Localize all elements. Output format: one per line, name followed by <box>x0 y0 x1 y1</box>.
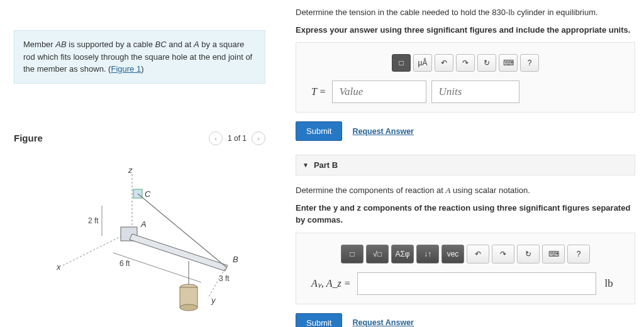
partA-answer-box: □ μÅ ↶ ↷ ↻ ⌨ ? T = <box>296 42 635 113</box>
figure-diagram: z C x 2 ft A 6 ft B 3 ft y <box>39 162 240 325</box>
undo-icon[interactable]: ↶ <box>435 54 453 72</box>
reset-icon[interactable]: ↻ <box>517 245 540 263</box>
help-icon[interactable]: ? <box>520 54 539 72</box>
partA-question: Determine the tension in the cable neede… <box>296 6 635 19</box>
template-icon[interactable]: □ <box>341 245 364 263</box>
reaction-label: Aᵧ, A_z = <box>311 277 351 289</box>
svg-text:2 ft: 2 ft <box>88 216 99 225</box>
caret-down-icon: ▼ <box>303 162 309 169</box>
partA-request-answer[interactable]: Request Answer <box>352 127 413 136</box>
template-icon[interactable]: □ <box>392 54 411 72</box>
svg-text:B: B <box>233 255 238 264</box>
partA-instruction: Express your answer using three signific… <box>296 24 635 36</box>
reaction-units: lb <box>605 277 613 290</box>
sqrt-icon[interactable]: √□ <box>366 245 389 263</box>
var-ab: AB <box>55 40 66 49</box>
svg-text:y: y <box>211 296 216 305</box>
greek-button[interactable]: ΑΣφ <box>391 245 414 263</box>
redo-icon[interactable]: ↷ <box>492 245 514 263</box>
partB-answer-box: □ √□ ΑΣφ ↓↑ vec ↶ ↷ ↻ ⌨ ? Aᵧ, A_z = lb <box>296 233 635 304</box>
tension-value-input[interactable] <box>332 80 426 103</box>
var-a: A <box>194 40 199 49</box>
arrows-icon[interactable]: ↓↑ <box>416 245 439 263</box>
partA-submit-button[interactable]: Submit <box>296 121 342 141</box>
intro-text: Member <box>23 40 55 49</box>
partB-request-answer[interactable]: Request Answer <box>352 318 413 327</box>
problem-intro: Member AB is supported by a cable BC and… <box>14 30 265 84</box>
pager-next[interactable]: › <box>252 131 265 145</box>
figure-title: Figure <box>14 133 43 143</box>
figure-link[interactable]: Figure 1 <box>111 64 141 74</box>
svg-text:6 ft: 6 ft <box>119 259 130 268</box>
svg-text:3 ft: 3 ft <box>219 274 230 283</box>
svg-text:x: x <box>56 262 61 272</box>
svg-text:A: A <box>140 219 147 229</box>
tension-units-input[interactable] <box>431 80 519 103</box>
svg-marker-10 <box>130 234 228 271</box>
partB-instruction: Enter the y and z components of the reac… <box>296 202 635 226</box>
reaction-input[interactable] <box>357 272 596 295</box>
partB-question: Determine the components of reaction at … <box>296 184 635 197</box>
partB-submit-button[interactable]: Submit <box>296 313 342 328</box>
pager-prev[interactable]: ‹ <box>209 131 223 145</box>
tension-label: T = <box>311 86 326 97</box>
help-icon[interactable]: ? <box>567 245 590 263</box>
svg-point-21 <box>180 304 197 311</box>
svg-text:z: z <box>128 165 133 175</box>
keyboard-icon[interactable]: ⌨ <box>499 54 518 72</box>
undo-icon[interactable]: ↶ <box>467 245 489 263</box>
vec-button[interactable]: vec <box>441 245 464 263</box>
units-button[interactable]: μÅ <box>413 54 432 72</box>
figure-pager: ‹ 1 of 1 › <box>209 131 265 145</box>
keyboard-icon[interactable]: ⌨ <box>542 245 565 263</box>
svg-text:C: C <box>145 189 151 199</box>
pager-count: 1 of 1 <box>228 134 247 143</box>
reset-icon[interactable]: ↻ <box>477 54 496 72</box>
partB-header[interactable]: ▼ Part B <box>296 155 635 175</box>
var-bc: BC <box>155 40 167 49</box>
redo-icon[interactable]: ↷ <box>456 54 475 72</box>
